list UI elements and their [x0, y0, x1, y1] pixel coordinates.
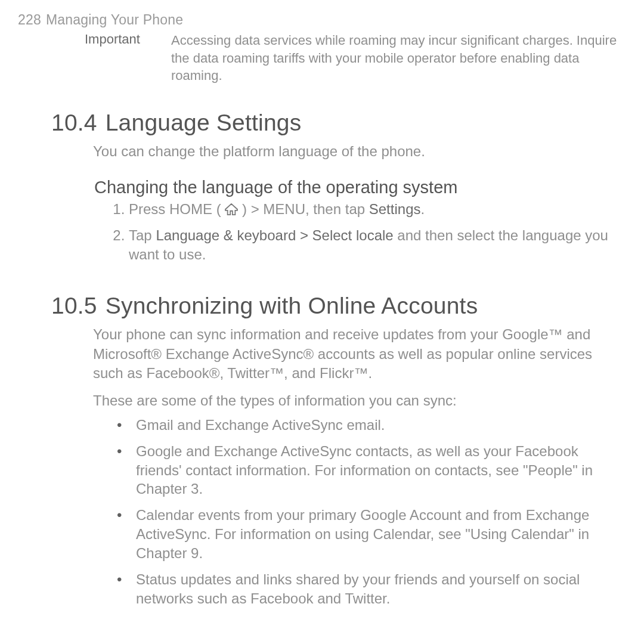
step-1-text-b: ) > MENU, then tap — [238, 201, 369, 217]
step-2: Tap Language & keyboard > Select locale … — [129, 226, 608, 264]
section-10-5-intro-1: Your phone can sync information and rece… — [93, 325, 608, 383]
step-1-settings: Settings — [369, 201, 421, 217]
list-item: Calendar events from your primary Google… — [113, 506, 611, 563]
section-number: 10.5 — [51, 293, 97, 319]
section-name: Language Settings — [106, 110, 302, 135]
section-number: 10.4 — [51, 110, 97, 136]
sync-bullet-list: Gmail and Exchange ActiveSync email. Goo… — [113, 416, 611, 608]
section-name: Synchronizing with Online Accounts — [106, 293, 478, 318]
list-item: Google and Exchange ActiveSync contacts,… — [113, 442, 611, 499]
note-text: Accessing data services while roaming ma… — [171, 32, 623, 85]
list-item: Gmail and Exchange ActiveSync email. — [113, 416, 611, 435]
header-title: Managing Your Phone — [46, 12, 183, 27]
subhead-change-language: Changing the language of the operating s… — [94, 178, 626, 197]
section-10-4-title: 10.4Language Settings — [51, 110, 626, 136]
home-icon — [225, 201, 238, 220]
step-1: Press HOME ( ) > MENU, then tap Settings… — [129, 200, 608, 220]
step-1-text-a: Press HOME ( — [129, 201, 225, 217]
section-10-5-intro-2: These are some of the types of informati… — [93, 391, 608, 410]
step-2-path: Language & keyboard > Select locale — [156, 227, 393, 243]
page: 228Managing Your Phone Important Accessi… — [0, 0, 644, 644]
steps-list: Press HOME ( ) > MENU, then tap Settings… — [113, 200, 608, 264]
important-note: Important Accessing data services while … — [85, 32, 623, 85]
list-item: Status updates and links shared by your … — [113, 570, 611, 608]
step-2-text-a: Tap — [129, 227, 156, 243]
section-10-4-intro: You can change the platform language of … — [93, 142, 608, 161]
step-1-text-d: . — [420, 201, 425, 217]
page-header: 228Managing Your Phone — [18, 12, 626, 28]
note-label: Important — [85, 32, 171, 47]
page-number: 228 — [18, 12, 41, 27]
section-10-5-title: 10.5Synchronizing with Online Accounts — [51, 293, 626, 319]
